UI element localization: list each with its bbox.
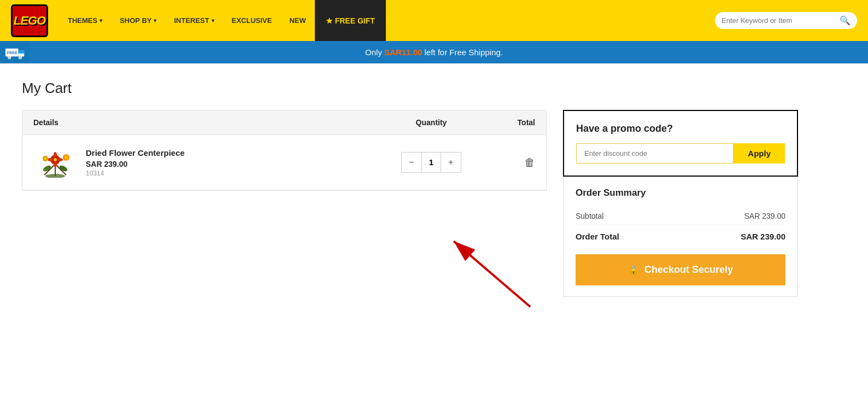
page-title: My Cart — [22, 80, 798, 97]
col-total: Total — [470, 118, 535, 127]
nav-interest[interactable]: INTEREST ▾ — [165, 0, 222, 41]
main-content: My Cart Details Quantity Total — [0, 63, 820, 313]
item-price: SAR 239.00 — [86, 160, 185, 168]
main-nav: THEMES ▾ SHOP BY ▾ INTEREST ▾ EXCLUSIVE … — [59, 0, 715, 41]
quantity-increase-button[interactable]: + — [441, 153, 461, 172]
search-icon[interactable]: 🔍 — [840, 15, 851, 26]
col-quantity: Quantity — [393, 118, 470, 127]
total-value: SAR 239.00 — [741, 232, 785, 241]
search-box: 🔍 — [715, 12, 857, 29]
svg-point-3 — [8, 56, 10, 59]
lock-icon: 🔒 — [628, 265, 639, 275]
svg-point-18 — [48, 158, 53, 161]
chevron-down-icon: ▾ — [99, 17, 102, 24]
cart-item-details: Dried Flower Centerpiece SAR 239.00 1031… — [33, 146, 393, 179]
nav-exclusive[interactable]: EXCLUSIVE — [223, 0, 281, 41]
checkout-button[interactable]: 🔒 Checkout Securely — [576, 254, 785, 285]
svg-point-4 — [19, 56, 21, 59]
quantity-control: − 1 + — [401, 152, 461, 173]
truck-icon: FREE — [0, 41, 30, 63]
nav-shop-by[interactable]: SHOP BY ▾ — [111, 0, 165, 41]
subtotal-value: SAR 239.00 — [744, 212, 786, 220]
header: LEGO THEMES ▾ SHOP BY ▾ INTEREST ▾ EXCLU… — [0, 0, 868, 41]
item-name: Dried Flower Centerpiece — [86, 148, 185, 157]
nav-themes[interactable]: THEMES ▾ — [59, 0, 111, 41]
shipping-text: Only SAR11.00 left for Free Shipping. — [365, 48, 503, 57]
logo-text: LEGO — [14, 14, 45, 28]
checkout-label: Checkout Securely — [644, 264, 733, 276]
svg-point-19 — [57, 158, 63, 161]
order-total-row: Order Total SAR 239.00 — [576, 225, 785, 246]
search-input[interactable] — [722, 16, 840, 25]
nav-new[interactable]: NEW — [280, 0, 314, 41]
cart-layout: Details Quantity Total — [22, 110, 798, 297]
order-summary-title: Order Summary — [576, 188, 785, 198]
promo-row: Apply — [576, 143, 785, 163]
promo-code-input[interactable] — [576, 143, 734, 163]
svg-point-24 — [45, 174, 65, 178]
total-cell: 🗑 — [470, 156, 535, 169]
logo[interactable]: LEGO — [11, 4, 48, 37]
item-sku: 10314 — [86, 170, 185, 177]
subtotal-label: Subtotal — [576, 212, 603, 220]
svg-point-16 — [54, 152, 57, 157]
quantity-cell: − 1 + — [393, 152, 470, 173]
svg-point-23 — [44, 157, 47, 160]
nav-free-gift[interactable]: ★ FREE GIFT — [315, 0, 386, 41]
promo-box: Have a promo code? Apply — [563, 110, 798, 177]
order-summary: Order Summary Subtotal SAR 239.00 Order … — [563, 177, 798, 297]
item-info: Dried Flower Centerpiece SAR 239.00 1031… — [86, 148, 185, 177]
promo-title: Have a promo code? — [576, 123, 785, 135]
total-label: Order Total — [576, 232, 619, 241]
item-image — [33, 146, 77, 179]
cart-table: Details Quantity Total — [22, 110, 547, 191]
subtotal-row: Subtotal SAR 239.00 — [576, 207, 785, 225]
svg-point-17 — [54, 162, 57, 167]
svg-point-15 — [54, 158, 57, 161]
right-panel: Have a promo code? Apply Order Summary S… — [563, 110, 798, 297]
delete-item-button[interactable]: 🗑 — [524, 156, 535, 169]
apply-promo-button[interactable]: Apply — [734, 143, 785, 163]
cart-header: Details Quantity Total — [22, 110, 546, 135]
cart-layout-wrapper: Details Quantity Total — [22, 110, 798, 297]
table-row: Dried Flower Centerpiece SAR 239.00 1031… — [22, 135, 546, 190]
chevron-down-icon: ▾ — [212, 17, 214, 24]
svg-point-21 — [64, 156, 68, 159]
chevron-down-icon: ▾ — [154, 17, 156, 24]
svg-marker-2 — [18, 50, 24, 53]
quantity-decrease-button[interactable]: − — [402, 153, 421, 172]
svg-text:FREE: FREE — [7, 50, 17, 55]
col-details: Details — [33, 118, 393, 127]
shipping-banner: FREE Only SAR11.00 left for Free Shippin… — [0, 41, 868, 63]
quantity-value: 1 — [421, 153, 441, 172]
